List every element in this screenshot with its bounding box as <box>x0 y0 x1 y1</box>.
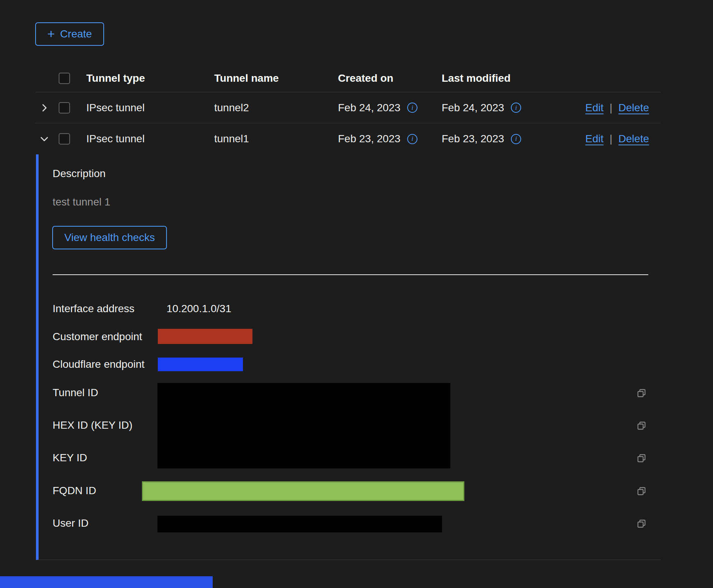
customer-endpoint-label: Customer endpoint <box>53 331 142 343</box>
description-label: Description <box>53 168 106 180</box>
fqdn-id-redacted-value <box>142 481 464 501</box>
created-on-cell: Feb 23, 2023 <box>338 133 400 145</box>
plus-icon: + <box>47 27 55 40</box>
table-header-row: Tunnel type Tunnel name Created on Last … <box>35 64 660 92</box>
tunnel-type-cell: IPsec tunnel <box>83 102 211 114</box>
hex-id-label: HEX ID (KEY ID) <box>53 419 132 431</box>
delete-link[interactable]: Delete <box>618 102 649 114</box>
last-modified-cell: Feb 23, 2023 <box>442 133 504 145</box>
copy-key-id-button[interactable] <box>636 453 647 464</box>
interface-address-value: 10.200.1.0/31 <box>167 303 231 315</box>
link-separator: | <box>610 133 612 145</box>
table-row: IPsec tunnel tunnel2 Feb 24, 2023 i Feb … <box>35 92 660 123</box>
cloudflare-endpoint-redacted-value <box>158 358 243 371</box>
header-tunnel-name: Tunnel name <box>211 72 335 84</box>
view-health-checks-label: View health checks <box>64 232 155 244</box>
tunnel-id-label: Tunnel ID <box>53 387 98 399</box>
collapse-row-button[interactable] <box>39 134 50 144</box>
header-tunnel-type: Tunnel type <box>83 72 211 84</box>
copy-icon <box>636 387 647 399</box>
tunnel-detail-panel: Description test tunnel 1 View health ch… <box>36 154 660 560</box>
user-id-label: User ID <box>53 517 89 529</box>
fqdn-id-label: FQDN ID <box>53 485 96 497</box>
info-icon[interactable]: i <box>407 103 417 113</box>
delete-link[interactable]: Delete <box>618 133 649 145</box>
copy-icon <box>636 485 647 497</box>
copy-tunnel-id-button[interactable] <box>636 387 647 399</box>
header-last-modified: Last modified <box>439 72 575 84</box>
cloudflare-endpoint-label: Cloudflare endpoint <box>53 358 145 370</box>
tunnels-page: + Create Tunnel type Tunnel name Created… <box>0 0 713 588</box>
section-divider <box>53 274 648 275</box>
chevron-down-icon <box>39 134 50 144</box>
create-button-label: Create <box>60 28 92 40</box>
table-row: IPsec tunnel tunnel1 Feb 23, 2023 i Feb … <box>35 123 660 154</box>
header-created-on: Created on <box>335 72 439 84</box>
edit-link[interactable]: Edit <box>585 102 604 114</box>
interface-address-label: Interface address <box>53 303 134 315</box>
tunnel-type-cell: IPsec tunnel <box>83 133 211 145</box>
link-separator: | <box>610 102 612 114</box>
key-id-label: KEY ID <box>53 452 87 464</box>
last-modified-cell: Feb 24, 2023 <box>442 102 504 114</box>
tunnel-name-cell: tunnel1 <box>211 133 335 145</box>
info-icon[interactable]: i <box>511 103 521 113</box>
chevron-right-icon <box>39 103 50 113</box>
info-icon[interactable]: i <box>511 134 521 144</box>
expand-row-button[interactable] <box>39 103 50 113</box>
description-value: test tunnel 1 <box>53 196 111 208</box>
bottom-bar <box>0 576 213 588</box>
create-button[interactable]: + Create <box>35 22 104 46</box>
info-icon[interactable]: i <box>407 134 417 144</box>
copy-icon <box>636 453 647 464</box>
copy-icon <box>636 518 647 529</box>
created-on-cell: Feb 24, 2023 <box>338 102 400 114</box>
copy-icon <box>636 420 647 431</box>
copy-hex-id-button[interactable] <box>636 420 647 431</box>
tunnel-ids-redacted-value <box>157 383 450 468</box>
copy-user-id-button[interactable] <box>636 518 647 529</box>
edit-link[interactable]: Edit <box>585 133 604 145</box>
copy-fqdn-id-button[interactable] <box>636 485 647 497</box>
user-id-redacted-value <box>157 516 442 532</box>
row-checkbox[interactable] <box>59 102 70 114</box>
customer-endpoint-redacted-value <box>158 329 252 344</box>
select-all-checkbox[interactable] <box>59 73 70 84</box>
view-health-checks-button[interactable]: View health checks <box>52 226 167 249</box>
row-checkbox[interactable] <box>59 133 70 145</box>
tunnel-name-cell: tunnel2 <box>211 102 335 114</box>
